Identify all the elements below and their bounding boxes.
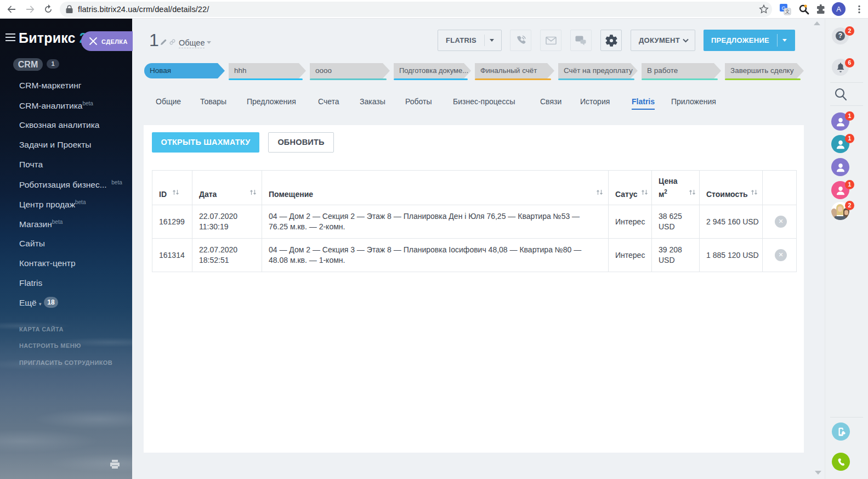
svg-text:文: 文	[785, 9, 790, 14]
